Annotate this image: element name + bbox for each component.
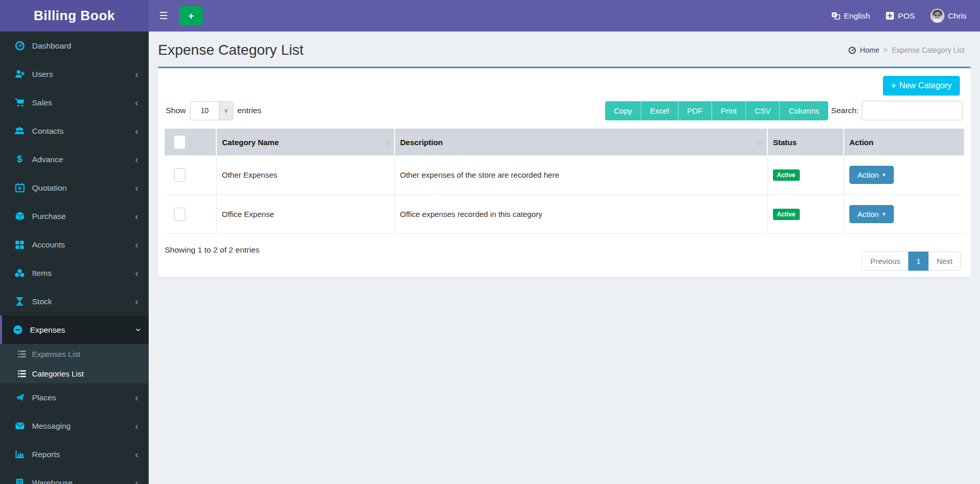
description-cell: Other expenses of the store are recorded… bbox=[394, 155, 767, 195]
csv-button[interactable]: CSV bbox=[746, 101, 780, 120]
columns-button[interactable]: Columns bbox=[779, 101, 828, 120]
dashboard-icon bbox=[848, 46, 856, 54]
top-navbar: Billing Book ☰ + A English POS bbox=[0, 0, 980, 32]
chevron-left-icon: ‹ bbox=[135, 478, 138, 484]
sidebar-item-stock[interactable]: Stock ‹ bbox=[0, 287, 149, 316]
sidebar-item-label: Sales bbox=[32, 98, 52, 107]
cube-icon bbox=[13, 211, 26, 221]
user-name: Chris bbox=[948, 11, 967, 21]
caret-down-icon: ▾ bbox=[882, 171, 886, 178]
new-category-button[interactable]: + New Category bbox=[883, 76, 960, 96]
chevron-left-icon: ‹ bbox=[135, 393, 138, 402]
show-label: Show bbox=[166, 106, 186, 115]
cart-icon bbox=[13, 98, 26, 107]
expenses-submenu: Expenses List Categories List bbox=[0, 344, 149, 383]
sidebar-item-expenses[interactable]: Expenses ‹ bbox=[0, 316, 149, 344]
sidebar-item-label: Purchase bbox=[32, 212, 66, 221]
select-all-header bbox=[165, 129, 216, 155]
chevron-left-icon: ‹ bbox=[135, 449, 138, 459]
sort-icon: ↓↑ bbox=[385, 138, 390, 146]
users-icon bbox=[13, 126, 26, 136]
description-cell: Office expenses recorded in this categor… bbox=[394, 195, 767, 234]
chevron-left-icon: ‹ bbox=[135, 154, 138, 164]
avatar bbox=[930, 9, 944, 23]
action-dropdown-button[interactable]: Action▾ bbox=[849, 166, 894, 184]
chevron-left-icon: ‹ bbox=[135, 240, 138, 249]
plus-square-icon bbox=[886, 11, 894, 20]
sidebar-item-sales[interactable]: Sales ‹ bbox=[0, 88, 149, 117]
table-info: Showing 1 to 2 of 2 entries bbox=[165, 242, 260, 255]
quick-add-button[interactable]: + bbox=[179, 6, 203, 26]
language-menu[interactable]: A English bbox=[831, 11, 870, 21]
grid-icon bbox=[13, 240, 26, 249]
sidebar-item-label: Warehouse bbox=[32, 478, 73, 484]
sidebar-subitem-expenses-list[interactable]: Expenses List bbox=[0, 344, 149, 364]
sidebar-item-label: Quotation bbox=[32, 183, 67, 193]
sidebar-item-label: Users bbox=[32, 70, 53, 79]
dollar-icon: $ bbox=[13, 154, 26, 165]
row-checkbox[interactable] bbox=[174, 208, 185, 221]
excel-button[interactable]: Excel bbox=[641, 101, 678, 120]
sidebar-item-advance[interactable]: $ Advance ‹ bbox=[0, 145, 149, 174]
chevron-down-icon: ‹ bbox=[132, 328, 141, 331]
building-icon bbox=[13, 478, 26, 484]
page-title: Expense Category List bbox=[158, 42, 304, 58]
paper-plane-icon bbox=[13, 393, 26, 402]
list-icon bbox=[17, 369, 27, 378]
calendar-plus-icon bbox=[13, 183, 26, 193]
language-icon: A bbox=[831, 11, 840, 20]
search-input[interactable] bbox=[862, 101, 963, 120]
sidebar-subitem-categories-list[interactable]: Categories List bbox=[0, 364, 149, 383]
pos-menu[interactable]: POS bbox=[886, 11, 915, 21]
pagination: Previous 1 Next bbox=[862, 252, 961, 271]
column-header-description[interactable]: Description↓↑ bbox=[394, 129, 767, 155]
sort-icon: ↓↑ bbox=[758, 138, 763, 146]
sidebar-item-items[interactable]: Items ‹ bbox=[0, 259, 149, 287]
sidebar: Dashboard Users ‹ Sales ‹ Contacts ‹ $ A… bbox=[0, 32, 149, 484]
pdf-button[interactable]: PDF bbox=[678, 101, 712, 120]
sidebar-item-purchase[interactable]: Purchase ‹ bbox=[0, 202, 149, 230]
sidebar-item-warehouse[interactable]: Warehouse ‹ bbox=[0, 469, 149, 484]
entries-label: entries bbox=[238, 106, 262, 115]
brand-logo[interactable]: Billing Book bbox=[0, 0, 149, 32]
sidebar-item-reports[interactable]: Reports ‹ bbox=[0, 440, 149, 469]
page-length-control: Show 10 ∨ entries bbox=[166, 101, 261, 120]
sidebar-item-places[interactable]: Places ‹ bbox=[0, 383, 149, 412]
page-number-button[interactable]: 1 bbox=[908, 252, 929, 271]
sidebar-subitem-label: Categories List bbox=[32, 369, 84, 378]
chevron-left-icon: ‹ bbox=[135, 296, 138, 306]
sidebar-toggle-icon[interactable]: ☰ bbox=[149, 0, 175, 32]
sidebar-item-quotation[interactable]: Quotation ‹ bbox=[0, 174, 149, 202]
sidebar-item-label: Contacts bbox=[32, 127, 64, 136]
app-window: Billing Book ☰ + A English POS bbox=[0, 0, 980, 484]
next-page-button[interactable]: Next bbox=[928, 252, 961, 271]
action-dropdown-button[interactable]: Action▾ bbox=[849, 205, 894, 223]
page-length-select[interactable]: 10 ∨ bbox=[190, 101, 233, 120]
select-all-checkbox[interactable] bbox=[174, 135, 185, 149]
breadcrumb-separator: > bbox=[883, 46, 888, 54]
copy-button[interactable]: Copy bbox=[605, 101, 641, 120]
plus-icon: + bbox=[188, 10, 194, 22]
print-button[interactable]: Print bbox=[712, 101, 746, 120]
sidebar-item-label: Accounts bbox=[32, 240, 65, 249]
page-length-value: 10 bbox=[191, 102, 219, 120]
table-row: Other Expenses Other expenses of the sto… bbox=[165, 155, 964, 195]
sidebar-item-users[interactable]: Users ‹ bbox=[0, 60, 149, 88]
column-header-category-name[interactable]: Category Name↓↑ bbox=[216, 129, 394, 155]
sidebar-item-messaging[interactable]: Messaging ‹ bbox=[0, 412, 149, 440]
sidebar-item-label: Messaging bbox=[32, 421, 71, 431]
sidebar-item-dashboard[interactable]: Dashboard bbox=[0, 32, 149, 60]
sidebar-item-label: Places bbox=[32, 393, 56, 402]
category-table: Category Name↓↑ Description↓↑ Status Act… bbox=[165, 129, 964, 234]
pos-label: POS bbox=[898, 11, 915, 21]
chevron-left-icon: ‹ bbox=[135, 211, 138, 221]
previous-page-button[interactable]: Previous bbox=[862, 252, 908, 271]
row-checkbox[interactable] bbox=[174, 168, 185, 182]
main-content: Expense Category List Home > Expense Cat… bbox=[149, 32, 980, 484]
sidebar-item-accounts[interactable]: Accounts ‹ bbox=[0, 230, 149, 259]
user-menu[interactable]: Chris bbox=[930, 9, 967, 23]
sidebar-item-contacts[interactable]: Contacts ‹ bbox=[0, 117, 149, 145]
sidebar-subitem-label: Expenses List bbox=[32, 350, 80, 358]
breadcrumb-home-link[interactable]: Home bbox=[860, 46, 879, 54]
bar-chart-icon bbox=[13, 449, 26, 459]
